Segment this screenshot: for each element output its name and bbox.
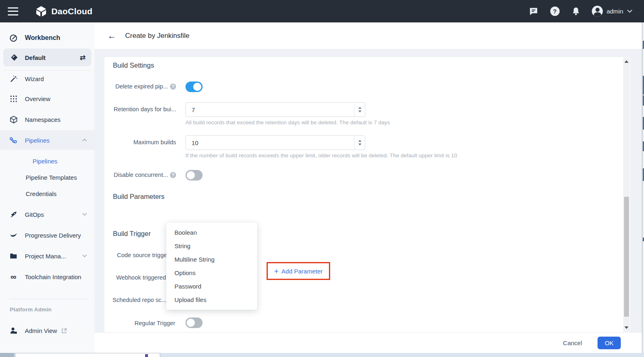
- back-arrow-icon[interactable]: ←: [108, 31, 116, 41]
- form-footer: Cancel OK: [95, 332, 644, 353]
- retention-days-label: Retention days for bui...: [104, 106, 176, 112]
- sidebar-item-toolchain-integration[interactable]: ∞ Toolchain Integration: [0, 269, 95, 285]
- notification-bell-icon[interactable]: [571, 6, 581, 17]
- app-header: DaoCloud ? admin: [0, 0, 644, 22]
- wizard-icon: [9, 74, 18, 83]
- scroll-down-arrow[interactable]: [623, 325, 630, 331]
- delete-expired-label: Delete expired pip...: [115, 83, 168, 90]
- sidebar-divider: [10, 299, 89, 299]
- sidebar-item-overview[interactable]: Overview: [0, 90, 95, 107]
- external-link-icon: [61, 328, 67, 334]
- help-tooltip-icon[interactable]: ?: [170, 84, 176, 90]
- form-card: Build Settings Delete expired pip... ? R…: [104, 57, 630, 332]
- menu-item-multiline-string[interactable]: Multiline String: [166, 253, 257, 266]
- admin-user-icon: [9, 326, 18, 335]
- number-spinner[interactable]: [354, 103, 365, 117]
- switch-workspace-icon[interactable]: ⇄: [80, 53, 86, 62]
- scroll-up-arrow[interactable]: [623, 59, 630, 64]
- menu-item-password[interactable]: Password: [166, 280, 257, 293]
- brand-logo: DaoCloud: [35, 5, 93, 18]
- browser-edge-scroll-marks: [642, 22, 644, 353]
- bottom-corner-block: [0, 353, 14, 357]
- popup-icon: [145, 354, 148, 357]
- code-source-trigger-label: Code source trigge: [117, 252, 167, 258]
- workbench-icon: [9, 33, 18, 42]
- folder-icon: [9, 251, 18, 260]
- chevron-down-icon: [82, 254, 87, 258]
- message-icon[interactable]: [528, 6, 539, 17]
- page-title: Create by Jenkinsfile: [125, 32, 190, 40]
- section-build-settings: Build Settings: [113, 62, 154, 69]
- bottom-popup-edge: [15, 353, 160, 357]
- spinner-up-icon[interactable]: [358, 107, 362, 109]
- max-builds-value: 10: [192, 139, 354, 146]
- plus-icon: +: [274, 267, 279, 275]
- section-build-trigger: Build Trigger: [113, 230, 151, 238]
- brand-name: DaoCloud: [51, 7, 93, 16]
- sidebar: Workbench Default ⇄ Wizard Overview Name…: [0, 22, 95, 357]
- max-builds-label: Maximum builds: [104, 139, 176, 145]
- sidebar-item-workbench[interactable]: Workbench: [0, 30, 95, 46]
- menu-item-upload-files[interactable]: Upload files: [166, 293, 257, 306]
- max-builds-help: If the number of build records exceeds t…: [185, 152, 457, 159]
- pipelines-icon: [9, 136, 18, 145]
- menu-item-boolean[interactable]: Boolean: [166, 226, 257, 239]
- user-menu[interactable]: admin: [592, 6, 633, 17]
- ok-button[interactable]: OK: [598, 337, 621, 349]
- namespaces-cube-icon: [9, 115, 18, 124]
- bird-icon: [9, 231, 18, 240]
- sidebar-item-pipelines[interactable]: Pipelines: [0, 130, 95, 150]
- platform-admin-label: Platform Admin: [10, 306, 52, 313]
- workspace-name: Default: [25, 54, 46, 61]
- chevron-down-icon: [627, 9, 633, 13]
- menu-item-options[interactable]: Options: [166, 266, 257, 280]
- chevron-up-icon: [82, 139, 87, 142]
- infinity-icon: ∞: [9, 272, 18, 281]
- sidebar-item-progressive-delivery[interactable]: Progressive Delivery: [0, 227, 95, 243]
- avatar: [592, 6, 603, 17]
- sidebar-subitem-pipelines[interactable]: Pipelines: [0, 153, 95, 169]
- regular-trigger-label: Regular Trigger: [135, 320, 175, 326]
- delete-expired-toggle[interactable]: [185, 82, 203, 92]
- daocloud-logo-icon: [35, 5, 47, 18]
- gitops-rocket-icon: [9, 210, 18, 219]
- help-tooltip-icon[interactable]: ?: [170, 172, 176, 178]
- webhook-trigger-label: Webhook triggered: [116, 274, 166, 281]
- sidebar-subitem-credentials[interactable]: Credentials: [0, 185, 95, 202]
- sidebar-item-admin-view[interactable]: Admin View: [0, 322, 95, 339]
- menu-item-string[interactable]: String: [166, 239, 257, 253]
- spinner-down-icon[interactable]: [358, 143, 362, 145]
- section-build-parameters: Build Parameters: [113, 193, 165, 201]
- annotation-highlight-box: + Add Parameter: [267, 262, 330, 280]
- regular-trigger-toggle[interactable]: [185, 317, 203, 328]
- chevron-down-icon: [82, 213, 87, 216]
- disable-concurrent-label-row: Disable concurrent... ?: [97, 172, 176, 178]
- sidebar-item-project-management[interactable]: Project Mana...: [0, 248, 95, 264]
- hamburger-menu-icon[interactable]: [8, 7, 18, 15]
- retention-days-value: 7: [192, 106, 354, 113]
- sidebar-item-gitops[interactable]: GitOps: [0, 206, 95, 223]
- spinner-down-icon[interactable]: [358, 110, 362, 112]
- max-builds-input[interactable]: 10: [185, 135, 365, 150]
- page-header: ← Create by Jenkinsfile: [95, 22, 644, 49]
- vertical-scrollbar[interactable]: [623, 57, 630, 332]
- disable-concurrent-toggle[interactable]: [185, 170, 203, 181]
- user-name: admin: [607, 8, 623, 15]
- scrollbar-thumb[interactable]: [624, 197, 629, 317]
- spinner-up-icon[interactable]: [358, 140, 362, 142]
- sidebar-item-namespaces[interactable]: Namespaces: [0, 111, 95, 128]
- number-spinner[interactable]: [354, 136, 365, 150]
- help-icon[interactable]: ?: [549, 6, 560, 17]
- overview-grid-icon: [9, 94, 18, 103]
- add-parameter-button[interactable]: + Add Parameter: [268, 263, 329, 279]
- cancel-button[interactable]: Cancel: [563, 339, 582, 346]
- sidebar-subitem-pipeline-templates[interactable]: Pipeline Templates: [0, 169, 95, 185]
- sidebar-item-wizard[interactable]: Wizard: [0, 71, 95, 87]
- bottom-window-edge: [0, 353, 644, 357]
- retention-days-input[interactable]: 7: [185, 102, 365, 117]
- delete-expired-label-row: Delete expired pip... ?: [97, 83, 176, 90]
- retention-days-help: All build records that exceed the retent…: [185, 119, 390, 126]
- scheduled-scan-label: Scheduled repo sc...: [112, 297, 166, 303]
- disable-concurrent-label: Disable concurrent...: [114, 172, 168, 178]
- workspace-selector[interactable]: Default ⇄: [3, 48, 91, 66]
